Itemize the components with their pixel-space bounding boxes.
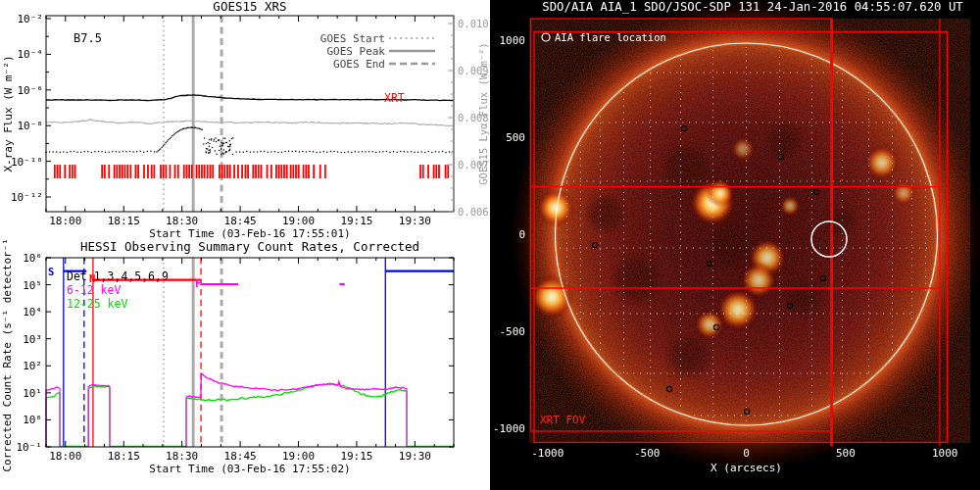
goes-right-axis: [448, 16, 454, 212]
goes-legend-item: GOES End: [333, 58, 385, 71]
svg-text:19:30: 19:30: [399, 215, 431, 227]
svg-text:0.006: 0.006: [458, 206, 489, 218]
hessi-plot-root: HESSI Observing Summary Count Rates, Cor…: [1, 240, 454, 475]
svg-text:10⁻⁸: 10⁻⁸: [18, 120, 44, 132]
svg-text:10²: 10²: [23, 360, 42, 372]
hessi-xaxis-title: Start Time (03-Feb-16 17:55:02): [149, 463, 350, 475]
goes-labels: GOES15 XRSB7.518:0018:1518:3018:4519:001…: [2, 0, 489, 240]
hessi-detector-label: Det 1,3,4,5,6,9: [67, 270, 169, 283]
svg-text:18:45: 18:45: [224, 450, 257, 463]
svg-text:10⁶: 10⁶: [23, 252, 42, 265]
svg-text:10⁵: 10⁵: [23, 279, 42, 292]
goes-ticks: [46, 16, 454, 212]
flag-label-F: F: [195, 277, 201, 289]
svg-text:10⁰: 10⁰: [23, 414, 42, 426]
active-region: [706, 178, 734, 207]
active-region: [529, 274, 573, 318]
sun-xaxis-title: X (arcsecs): [710, 462, 782, 474]
svg-text:10⁻⁶: 10⁻⁶: [18, 84, 44, 97]
goes-title: GOES15 XRS: [213, 0, 286, 14]
svg-text:19:00: 19:00: [282, 450, 315, 463]
svg-text:19:00: 19:00: [282, 215, 315, 227]
goes-xrs-plot: GOES15 XRSB7.518:0018:1518:3018:4519:001…: [0, 0, 490, 240]
svg-text:18:15: 18:15: [108, 450, 140, 463]
hessi-title: HESSI Observing Summary Count Rates, Cor…: [80, 240, 419, 254]
goes-flare-class: B7.5: [74, 31, 102, 45]
svg-text:0.010: 0.010: [458, 18, 489, 29]
goes-lya-series: [46, 120, 454, 126]
svg-text:18:00: 18:00: [49, 450, 81, 463]
hessi-labels: HESSI Observing Summary Count Rates, Cor…: [1, 240, 431, 475]
xrt-exposure-bars: [54, 165, 449, 178]
svg-text:10⁻¹²: 10⁻¹²: [11, 191, 43, 204]
svg-text:10⁻⁴: 10⁻⁴: [18, 48, 44, 61]
goes-right-axis-title: GOES15 Lyα Flux (W m⁻²): [477, 42, 489, 184]
svg-text:10⁴: 10⁴: [23, 306, 42, 318]
svg-text:0: 0: [518, 228, 525, 241]
active-region: [694, 310, 724, 340]
svg-text:-500: -500: [634, 447, 661, 460]
svg-text:1000: 1000: [500, 34, 526, 47]
svg-text:10⁻²: 10⁻²: [18, 13, 44, 25]
svg-text:-500: -500: [500, 325, 526, 338]
svg-text:500: 500: [506, 131, 525, 144]
goes-frame: [46, 16, 454, 212]
flag-label-S: S: [48, 266, 54, 277]
svg-text:10⁻¹: 10⁻¹: [17, 441, 43, 454]
svg-text:500: 500: [836, 447, 856, 460]
hessi-legend-12-25: 12-25 keV: [67, 297, 127, 311]
svg-text:18:00: 18:00: [49, 215, 81, 227]
goes-event-lines: [164, 16, 221, 212]
svg-text:18:45: 18:45: [224, 215, 257, 227]
flag-label-N: N: [89, 272, 95, 284]
solar-monitor-screenshot: GOES15 XRSB7.518:0018:1518:3018:4519:001…: [0, 0, 980, 490]
xrt-label: XRT: [384, 91, 405, 105]
svg-text:18:30: 18:30: [166, 450, 198, 463]
goes-legend-item: GOES Peak: [326, 45, 385, 58]
goes-yaxis-title: X-ray Flux (W m⁻²): [2, 55, 15, 172]
goes-legend: GOES StartGOES PeakGOES End: [320, 32, 435, 71]
flare-legend-label: AIA flare location: [555, 31, 666, 43]
svg-text:19:30: 19:30: [399, 450, 431, 463]
svg-text:10⁻¹⁰: 10⁻¹⁰: [11, 156, 43, 169]
svg-text:0: 0: [743, 447, 750, 460]
svg-text:19:15: 19:15: [340, 450, 372, 463]
hessi-12-25keV-series: [46, 383, 454, 447]
goes-xaxis-title: Start Time (03-Feb-16 17:55:01): [149, 227, 350, 240]
svg-text:-1000: -1000: [493, 422, 525, 435]
svg-text:19:15: 19:15: [340, 215, 372, 227]
hessi-legend-6-12: 6-12 keV: [67, 283, 121, 297]
svg-text:18:30: 18:30: [166, 215, 198, 227]
active-region: [780, 196, 801, 217]
hessi-6-12keV-series: [46, 373, 407, 447]
svg-text:-1000: -1000: [531, 447, 564, 460]
active-region: [864, 145, 900, 180]
svg-text:10³: 10³: [23, 333, 42, 346]
goes-xrs-short-series: [45, 126, 454, 155]
svg-text:1000: 1000: [932, 447, 958, 460]
hessi-yaxis-title: Corrected Count Rate (s⁻¹ detector⁻¹): [1, 240, 14, 472]
hessi-rates-plot: HESSI Observing Summary Count Rates, Cor…: [0, 240, 490, 490]
sun-title: SDO/AIA AIA_1 SDO/JSOC-SDP 131 24-Jan-20…: [542, 0, 963, 14]
sdo-aia-image-panel: SDO/AIA AIA_1 SDO/JSOC-SDP 131 24-Jan-20…: [490, 0, 980, 490]
svg-text:10¹: 10¹: [23, 387, 42, 400]
aia-131-image: [512, 0, 980, 469]
xrt-fov-label: XRT FOV: [540, 414, 586, 426]
svg-text:18:15: 18:15: [108, 215, 140, 227]
goes-legend-item: GOES Start: [320, 32, 385, 45]
active-region: [892, 181, 916, 206]
goes-plot-root: GOES15 XRSB7.518:0018:1518:3018:4519:001…: [2, 0, 489, 240]
active-region: [731, 137, 756, 162]
